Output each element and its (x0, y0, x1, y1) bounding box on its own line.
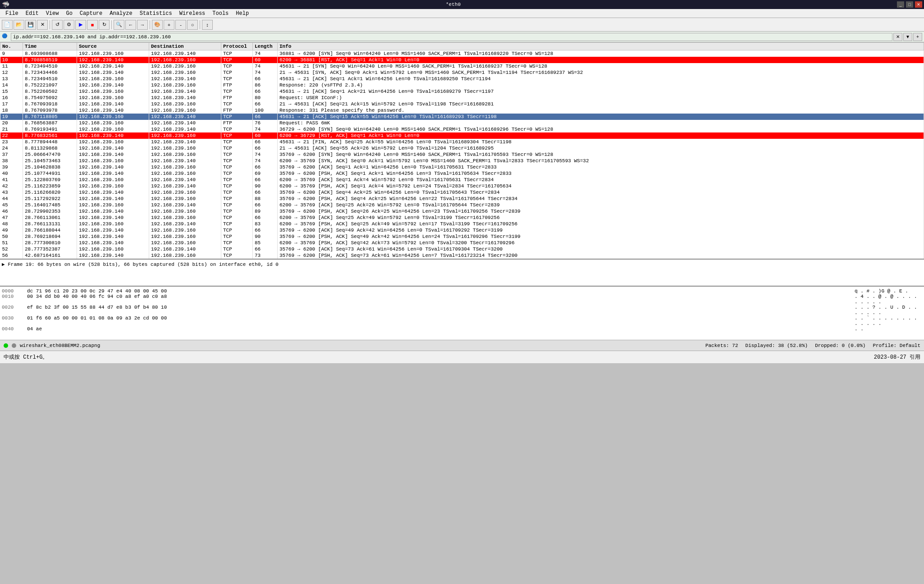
table-row[interactable]: 42 25.116223859 192.168.239.160 192.168.… (0, 183, 924, 189)
cell-dst: 192.168.239.160 (149, 196, 221, 202)
toolbar-close[interactable]: ✕ (37, 20, 48, 30)
table-row[interactable]: 49 28.766188044 192.168.239.140 192.168.… (0, 227, 924, 233)
toolbar-open[interactable]: 📂 (14, 20, 24, 30)
cell-no: 37 (0, 151, 23, 158)
menu-capture[interactable]: Capture (76, 9, 106, 18)
cell-no: 12 (0, 69, 23, 76)
toolbar-restart[interactable]: ↻ (99, 20, 110, 30)
toolbar-colorize[interactable]: 🎨 (152, 20, 163, 30)
menu-statistics[interactable]: Statistics (136, 9, 176, 18)
filter-arrow[interactable]: ▼ (903, 33, 912, 41)
table-row[interactable]: 38 25.104573463 192.168.239.160 192.168.… (0, 158, 924, 164)
toolbar-zoom-in[interactable]: + (164, 20, 174, 30)
menu-analyze[interactable]: Analyze (106, 9, 136, 18)
table-row[interactable]: 48 28.766113131 192.168.239.160 192.168.… (0, 221, 924, 227)
cell-dst: 192.168.239.160 (149, 101, 221, 107)
table-row[interactable]: 43 25.116266820 192.168.239.140 192.168.… (0, 189, 924, 196)
menu-help[interactable]: Help (232, 9, 252, 18)
close-button[interactable]: ✕ (915, 1, 922, 8)
col-time[interactable]: Time (23, 43, 77, 50)
menu-tools[interactable]: Tools (209, 9, 232, 18)
table-row[interactable]: 12 8.723434466 192.168.239.140 192.168.2… (0, 69, 924, 76)
table-header-row: No. Time Source Destination Protocol Len… (0, 43, 924, 50)
cell-len: 74 (253, 69, 278, 76)
table-row[interactable]: 45 25.164017485 192.168.239.160 192.168.… (0, 202, 924, 208)
table-row[interactable]: 51 28.777300810 192.168.239.140 192.168.… (0, 240, 924, 246)
col-info[interactable]: Info (278, 43, 924, 50)
toolbar-new[interactable]: 📄 (2, 20, 13, 30)
maximize-button[interactable]: □ (906, 1, 913, 8)
filter-expand[interactable]: + (913, 33, 922, 41)
table-row[interactable]: 21 8.769193491 192.168.239.160 192.168.2… (0, 126, 924, 132)
cell-dst: 192.168.239.160 (149, 240, 221, 246)
cell-time: 25.104573463 (23, 158, 77, 164)
cell-info: 36881 → 6200 [SYN] Seq=0 Win=64240 Len=0… (278, 50, 924, 57)
menu-go[interactable]: Go (62, 9, 76, 18)
cell-no: 39 (0, 164, 23, 170)
cell-time: 8.723494510 (23, 76, 77, 82)
menu-wireless[interactable]: Wireless (176, 9, 209, 18)
table-row[interactable]: 44 25.117292922 192.168.239.140 192.168.… (0, 196, 924, 202)
filter-input[interactable] (11, 33, 892, 41)
table-row[interactable]: 47 28.766113061 192.168.239.140 192.168.… (0, 214, 924, 221)
table-row[interactable]: 39 25.104628838 192.168.239.140 192.168.… (0, 164, 924, 170)
cell-src: 192.168.239.160 (77, 95, 149, 101)
table-row[interactable]: 52 28.777352387 192.168.239.160 192.168.… (0, 246, 924, 252)
toolbar-capture-opts[interactable]: ⚙ (64, 20, 74, 30)
toolbar-next[interactable]: → (137, 20, 148, 30)
cell-info: 35769 → 6200 [SYN] Seq=0 Win=64240 Len=0… (278, 151, 924, 158)
cell-no: 13 (0, 76, 23, 82)
toolbar-normal-size[interactable]: ○ (187, 20, 198, 30)
menu-edit[interactable]: Edit (22, 9, 42, 18)
cell-proto: FTP (221, 107, 253, 114)
toolbar-zoom-out[interactable]: - (175, 20, 186, 30)
toolbar-prev[interactable]: ← (125, 20, 136, 30)
table-row[interactable]: 14 8.752221097 192.168.239.140 192.168.2… (0, 82, 924, 88)
table-row[interactable]: 15 8.752260502 192.168.239.160 192.168.2… (0, 88, 924, 95)
datetime-text: 2023-08-27 引用 (874, 353, 920, 361)
table-row[interactable]: 9 8.693908688 192.168.239.160 192.168.23… (0, 50, 924, 57)
toolbar-stop[interactable]: ■ (87, 20, 98, 30)
toolbar-search[interactable]: 🔍 (114, 20, 124, 30)
col-protocol[interactable]: Protocol (221, 43, 253, 50)
cell-len: 90 (253, 183, 278, 189)
table-row[interactable]: 17 8.767093918 192.168.239.140 192.168.2… (0, 101, 924, 107)
cell-info: 35769 → 6200 [ACK] Seq=1 Ack=1 Win=64256… (278, 164, 924, 170)
table-row[interactable]: 19 8.767118805 192.168.239.160 192.168.2… (0, 114, 924, 120)
cell-dst: 192.168.239.140 (149, 88, 221, 95)
table-row[interactable]: 37 25.066647470 192.168.239.140 192.168.… (0, 151, 924, 158)
cell-no: 10 (0, 57, 23, 63)
toolbar-reload[interactable]: ↺ (52, 20, 63, 30)
minimize-button[interactable]: _ (897, 1, 904, 8)
cell-info: 35769 → 6200 [ACK] Seq=73 Ack=61 Win=642… (278, 246, 924, 252)
col-no[interactable]: No. (0, 43, 23, 50)
hex-ascii: . 4 . . @ . @ . . . . . . . . . (855, 294, 922, 305)
table-row[interactable]: 22 8.776832561 192.168.239.140 192.168.2… (0, 132, 924, 139)
table-row[interactable]: 16 8.754975092 192.168.239.160 192.168.2… (0, 95, 924, 101)
table-row[interactable]: 56 42.687164161 192.168.239.140 192.168.… (0, 252, 924, 259)
col-length[interactable]: Length (253, 43, 278, 50)
cell-len: 74 (253, 158, 278, 164)
table-row[interactable]: 20 8.768563887 192.168.239.160 192.168.2… (0, 120, 924, 126)
table-row[interactable]: 13 8.723494510 192.168.239.160 192.168.2… (0, 76, 924, 82)
table-row[interactable]: 18 8.767093978 192.168.239.140 192.168.2… (0, 107, 924, 114)
table-row[interactable]: 24 8.811329868 192.168.239.140 192.168.2… (0, 145, 924, 151)
table-row[interactable]: 23 8.777894448 192.168.239.160 192.168.2… (0, 139, 924, 145)
table-row[interactable]: 41 25.122803769 192.168.239.160 192.168.… (0, 177, 924, 183)
cell-no: 49 (0, 227, 23, 233)
toolbar-scroll-packet[interactable]: ↕ (202, 20, 213, 30)
table-row[interactable]: 46 28.729902353 192.168.239.140 192.168.… (0, 208, 924, 214)
cell-len: 66 (253, 101, 278, 107)
col-destination[interactable]: Destination (149, 43, 221, 50)
cell-src: 192.168.239.140 (77, 208, 149, 214)
table-row[interactable]: 50 28.769218694 192.168.239.140 192.168.… (0, 233, 924, 240)
col-source[interactable]: Source (77, 43, 149, 50)
table-row[interactable]: 40 25.107744931 192.168.239.140 192.168.… (0, 170, 924, 177)
toolbar-start[interactable]: ▶ (75, 20, 86, 30)
menu-file[interactable]: File (2, 9, 22, 18)
toolbar-save[interactable]: 💾 (25, 20, 36, 30)
table-row[interactable]: 10 8.708858519 192.168.239.140 192.168.2… (0, 57, 924, 63)
table-row[interactable]: 11 8.723494510 192.168.239.140 192.168.2… (0, 63, 924, 69)
filter-clear[interactable]: ✕ (893, 33, 902, 41)
menu-view[interactable]: View (42, 9, 63, 18)
